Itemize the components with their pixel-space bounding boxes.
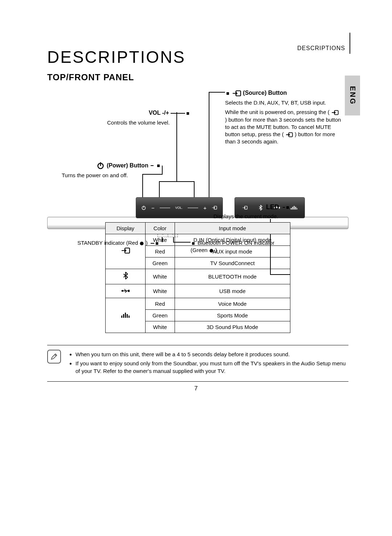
source-label: (Source) Button <box>243 89 287 97</box>
led-block: LED Displays the current mode. Display C… <box>105 203 290 333</box>
lead-line <box>209 92 209 197</box>
lead-line <box>159 181 160 197</box>
led-table: Display Color Input mode White D.IN (Opt… <box>105 222 290 333</box>
callout-marker <box>187 112 189 115</box>
vol-callout: VOL -/+ Controls the volume level. <box>107 109 191 126</box>
svg-rect-10 <box>291 208 291 210</box>
table-row: White USB mode <box>106 284 290 298</box>
cell-mode: BLUETOOTH mode <box>175 269 290 284</box>
lead-line <box>142 174 163 175</box>
vol-desc: Controls the volume level. <box>107 119 191 126</box>
cell-mode: AUX input mode <box>175 246 290 257</box>
power-callout: (Power) Button Turns the power on and of… <box>62 162 167 179</box>
source-icon-inline-2 <box>285 132 293 138</box>
cell-mode: 3D Sound Plus Mode <box>175 321 290 333</box>
cell-color: White <box>146 234 175 246</box>
cell-mode: USB mode <box>175 284 290 298</box>
page-subtitle: TOP/FRONT PANEL <box>47 72 345 82</box>
source-icon-inline-1 <box>331 110 339 115</box>
svg-rect-12 <box>294 206 294 210</box>
power-label: (Power) Button <box>107 162 148 170</box>
lead-line <box>194 181 195 197</box>
header-section-text: DESCRIPTIONS <box>297 45 345 52</box>
lead-line <box>151 165 154 166</box>
cell-color: Red <box>146 246 175 257</box>
language-tab: ENG <box>345 76 360 115</box>
lead-line <box>159 181 194 182</box>
svg-rect-13 <box>295 207 296 210</box>
cell-color: Green <box>146 310 175 321</box>
lead-line <box>283 207 285 208</box>
power-desc: Turns the power on and off. <box>62 172 167 179</box>
display-soundmode-icon-cell <box>106 298 146 333</box>
bluetooth-icon <box>123 272 128 280</box>
cell-mode: D.IN (Optical Digital input) mode <box>175 234 290 246</box>
usb-icon <box>121 288 130 293</box>
th-mode: Input mode <box>175 223 290 234</box>
svg-rect-20 <box>121 316 122 318</box>
led-soundmode-icon <box>291 206 297 210</box>
cell-color: White <box>146 321 175 333</box>
cell-mode: Voice Mode <box>175 298 290 310</box>
cell-color: White <box>146 284 175 298</box>
lead-line <box>142 175 143 197</box>
lead-line <box>176 112 177 181</box>
source-icon <box>232 90 241 97</box>
table-row: White D.IN (Optical Digital input) mode <box>106 234 290 246</box>
cell-mode: TV SoundConnect <box>175 257 290 269</box>
notes-block: When you turn on this unit, there will b… <box>47 345 348 382</box>
lead-line <box>171 113 185 114</box>
note-item: If you want to enjoy sound only from the… <box>75 360 348 375</box>
lead-line <box>162 166 163 174</box>
display-usb-icon-cell <box>106 284 146 298</box>
page-number: 7 <box>47 385 345 392</box>
source-desc-1: Selects the D.IN, AUX, TV, BT, USB input… <box>225 99 341 106</box>
callout-marker <box>157 165 160 167</box>
note-item: When you turn on this unit, there will b… <box>75 350 348 358</box>
cell-color: Green <box>146 257 175 269</box>
table-row: Red Voice Mode <box>106 298 290 310</box>
callout-marker <box>226 92 229 95</box>
led-subtitle: Displays the current mode. <box>213 213 290 219</box>
th-color: Color <box>146 223 175 234</box>
display-source-icon-cell <box>106 234 146 269</box>
table-row: White BLUETOOTH mode <box>106 269 290 284</box>
led-heading: LED <box>105 203 290 211</box>
cell-color: White <box>146 269 175 284</box>
lead-line <box>209 92 225 93</box>
source-callout: (Source) Button Selects the D.IN, AUX, T… <box>225 89 341 146</box>
header-section-label: DESCRIPTIONS <box>297 33 350 54</box>
cell-color: Red <box>146 298 175 310</box>
callout-marker <box>286 206 289 209</box>
note-icon <box>47 350 61 364</box>
power-icon <box>97 162 105 170</box>
svg-rect-21 <box>123 314 124 318</box>
svg-rect-19 <box>128 290 130 292</box>
display-bluetooth-icon-cell <box>106 269 146 284</box>
pencil-icon <box>50 353 58 361</box>
source-desc-2: While the unit is powered on, pressing t… <box>225 109 341 145</box>
th-display: Display <box>106 223 146 234</box>
table-header-row: Display Color Input mode <box>106 223 290 234</box>
vol-label: VOL -/+ <box>149 109 169 117</box>
cell-mode: Sports Mode <box>175 310 290 321</box>
svg-rect-23 <box>127 314 128 318</box>
soundmode-icon <box>121 313 130 318</box>
svg-rect-24 <box>128 316 130 318</box>
language-tab-text: ENG <box>348 86 357 105</box>
svg-rect-22 <box>125 313 126 318</box>
svg-rect-14 <box>297 208 297 210</box>
svg-rect-11 <box>292 207 293 210</box>
source-icon <box>121 247 130 254</box>
